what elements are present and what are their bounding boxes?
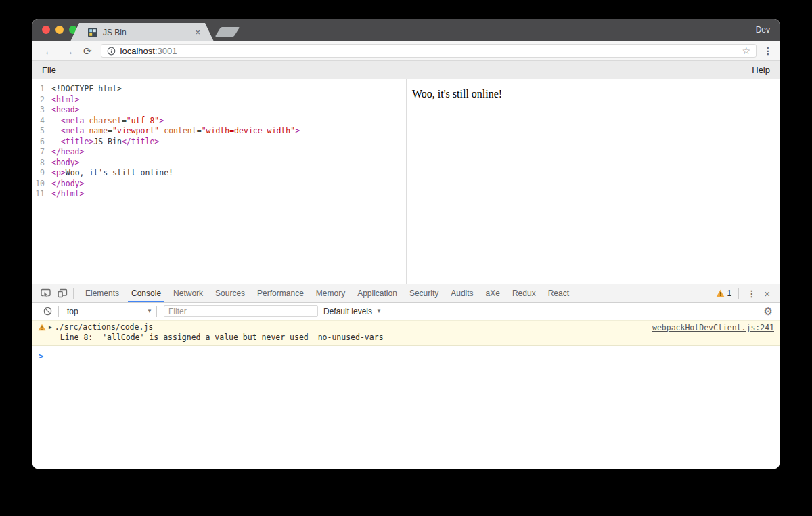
execution-context-select[interactable]: top ▼	[63, 307, 152, 316]
clear-console-icon[interactable]	[39, 303, 55, 320]
code-text: <html>	[47, 95, 80, 106]
line-number: 8	[32, 158, 47, 169]
code-line[interactable]: 11</html>	[32, 189, 406, 200]
new-tab-button[interactable]	[215, 27, 240, 37]
line-number: 4	[32, 116, 47, 127]
line-number: 1	[32, 84, 47, 95]
line-number: 7	[32, 147, 47, 158]
warning-triangle-icon	[38, 324, 46, 331]
console-warning-entry: ▶ ./src/actions/code.js Line 8: 'allCode…	[32, 320, 780, 346]
code-text: </html>	[47, 189, 84, 200]
console-prompt[interactable]: >	[32, 346, 780, 365]
inspect-element-icon[interactable]	[38, 285, 54, 301]
devtools-tab-memory[interactable]: Memory	[310, 284, 351, 302]
line-number: 3	[32, 105, 47, 116]
device-toolbar-icon[interactable]	[54, 285, 70, 301]
console-filter-input[interactable]	[164, 305, 318, 317]
warning-message: ./src/actions/code.js Line 8: 'allCode' …	[55, 322, 644, 343]
console-settings-gear-icon[interactable]: ⚙	[764, 305, 773, 318]
code-line[interactable]: 1<!DOCTYPE html>	[32, 84, 406, 95]
devtools-tabs: ElementsConsoleNetworkSourcesPerformance…	[79, 284, 575, 302]
url-host: localhost	[120, 46, 155, 56]
devtools-tab-redux[interactable]: Redux	[506, 284, 542, 302]
code-line[interactable]: 4 <meta charset="utf-8">	[32, 116, 406, 127]
forward-icon[interactable]: →	[64, 46, 74, 56]
devtools-close-icon[interactable]: ×	[761, 288, 774, 299]
line-number: 6	[32, 137, 47, 148]
code-line[interactable]: 5 <meta name="viewport" content="width=d…	[32, 126, 406, 137]
devtools-tab-application[interactable]: Application	[351, 284, 403, 302]
line-number: 11	[32, 189, 47, 200]
devtools-tab-axe[interactable]: aXe	[480, 284, 506, 302]
code-line[interactable]: 2<html>	[32, 95, 406, 106]
code-line[interactable]: 7</head>	[32, 147, 406, 158]
bookmark-star-icon[interactable]: ☆	[742, 45, 750, 56]
close-window-button[interactable]	[42, 26, 50, 34]
devtools-panel: ElementsConsoleNetworkSourcesPerformance…	[32, 284, 780, 469]
devtools-tab-network[interactable]: Network	[167, 284, 209, 302]
code-line[interactable]: 9<p>Woo, it's still online!	[32, 168, 406, 179]
line-number: 5	[32, 126, 47, 137]
devtools-menu-icon[interactable]: ⋮	[742, 288, 761, 299]
jsbin-favicon-icon	[88, 28, 97, 37]
devtools-tab-react[interactable]: React	[542, 284, 575, 302]
back-icon[interactable]: ←	[44, 46, 54, 56]
warning-source-link[interactable]: webpackHotDevClient.js:241	[652, 322, 774, 332]
line-number: 9	[32, 168, 47, 179]
log-levels-label: Default levels	[323, 307, 372, 316]
devtools-tab-console[interactable]: Console	[125, 284, 167, 302]
page-content: 1<!DOCTYPE html>2<html>3<head>4 <meta ch…	[32, 79, 780, 284]
minimize-window-button[interactable]	[55, 26, 64, 34]
chevron-down-icon: ▼	[147, 308, 152, 314]
devtools-tab-audits[interactable]: Audits	[445, 284, 479, 302]
toolbar-separator	[738, 288, 739, 299]
devtools-tab-elements[interactable]: Elements	[79, 284, 125, 302]
line-number: 2	[32, 95, 47, 106]
code-line[interactable]: 8<body>	[32, 158, 406, 169]
menu-help[interactable]: Help	[752, 65, 770, 75]
code-editor[interactable]: 1<!DOCTYPE html>2<html>3<head>4 <meta ch…	[32, 79, 406, 284]
code-line[interactable]: 10</body>	[32, 179, 406, 190]
code-text: <p>Woo, it's still online!	[47, 168, 173, 179]
warnings-badge[interactable]: 1	[716, 288, 732, 298]
warning-entry-icons: ▶	[38, 322, 52, 331]
browser-window: JS Bin × Dev ← → ⟳ localhost:3001 ☆ ⋮ Fi…	[32, 19, 780, 469]
page-info-icon[interactable]	[107, 47, 116, 56]
tab-title: JS Bin	[103, 28, 195, 37]
traffic-lights	[42, 26, 77, 34]
console-toolbar: top ▼ Default levels ▼ ⚙	[32, 303, 780, 320]
chevron-down-icon: ▼	[376, 308, 382, 314]
code-line[interactable]: 3<head>	[32, 105, 406, 116]
tab-strip: JS Bin × Dev	[32, 19, 780, 41]
devtools-tabbar: ElementsConsoleNetworkSourcesPerformance…	[32, 284, 780, 303]
toolbar-separator	[58, 306, 59, 317]
code-text: <body>	[47, 158, 80, 169]
preview-pane: Woo, it's still online!	[407, 79, 780, 284]
menu-file[interactable]: File	[42, 65, 56, 75]
expand-arrow-icon[interactable]: ▶	[49, 324, 52, 330]
prompt-chevron-icon: >	[39, 351, 43, 361]
warning-triangle-icon	[716, 289, 725, 297]
line-number: 10	[32, 179, 47, 190]
toolbar-separator	[73, 288, 74, 299]
address-toolbar: ← → ⟳ localhost:3001 ☆ ⋮	[32, 41, 780, 60]
devtools-tab-sources[interactable]: Sources	[209, 284, 251, 302]
preview-text: Woo, it's still online!	[412, 88, 502, 100]
code-line[interactable]: 6 <title>JS Bin</title>	[32, 137, 406, 148]
warning-source: ./src/actions/code.js	[55, 322, 644, 332]
browser-tab[interactable]: JS Bin ×	[70, 23, 214, 41]
app-menubar: File Help	[32, 60, 780, 79]
code-text: <head>	[47, 105, 80, 116]
url-port: :3001	[155, 46, 177, 56]
log-levels-select[interactable]: Default levels ▼	[323, 307, 382, 316]
code-text: </head>	[47, 147, 84, 158]
devtools-tab-performance[interactable]: Performance	[251, 284, 310, 302]
reload-icon[interactable]: ⟳	[83, 46, 92, 56]
profile-label: Dev	[756, 25, 770, 35]
tab-close-icon[interactable]: ×	[195, 27, 200, 37]
devtools-tab-security[interactable]: Security	[403, 284, 445, 302]
warning-count: 1	[727, 288, 732, 298]
browser-menu-icon[interactable]: ⋮	[763, 45, 773, 56]
url-bar[interactable]: localhost:3001 ☆	[101, 44, 757, 58]
toolbar-separator	[156, 306, 157, 317]
